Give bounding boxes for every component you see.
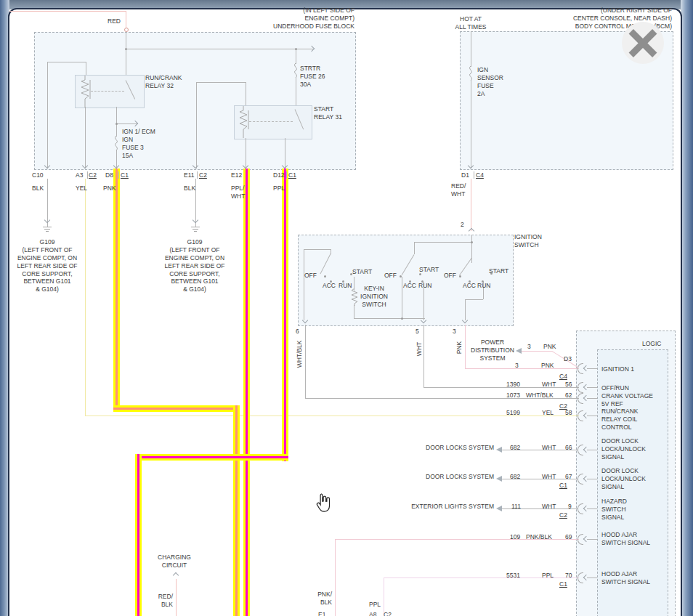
connector-divider — [197, 171, 198, 179]
close-button[interactable] — [622, 22, 664, 64]
diagram-label: 62 — [565, 392, 572, 400]
diagram-label: WHT/BLK — [296, 325, 304, 383]
diagram-label: DOOR LOCK LOCK/UNLOCK SIGNAL — [601, 467, 646, 491]
diagram-label: RED/ WHT — [451, 182, 466, 198]
wire — [246, 82, 246, 105]
highlighted-wire — [113, 405, 240, 412]
wire — [196, 82, 197, 169]
wire — [304, 249, 331, 250]
diagram-label: 70 — [565, 572, 572, 580]
fuse-icon — [466, 66, 475, 81]
diagram-label: RUN — [339, 282, 352, 290]
diagram-label: PNK/BLK — [526, 533, 552, 541]
arrowhead-down-icon — [44, 217, 50, 223]
diagram-label: A3 — [76, 171, 83, 179]
diagram-label: 109 — [510, 533, 520, 541]
diagram-label: CHARGING CIRCUIT — [148, 554, 200, 570]
pin-bracket — [578, 410, 583, 421]
wire — [465, 368, 579, 369]
junction-dot — [471, 241, 473, 243]
highlighted-wire — [113, 169, 120, 412]
ground-icon — [192, 229, 198, 230]
wire — [91, 91, 124, 92]
diagram-label: PNK/ BLK — [312, 591, 332, 607]
diagram-label: 9 — [568, 503, 572, 511]
diagram-label: START — [419, 266, 439, 274]
wire — [9, 11, 126, 12]
diagram-label: HAZARD SWITCH SIGNAL — [601, 498, 627, 522]
diagram-label: START — [352, 268, 372, 276]
wire — [471, 80, 471, 169]
highlighted-wire — [135, 454, 142, 616]
wire — [335, 539, 336, 616]
diagram-label: PPL — [369, 601, 381, 609]
diagram-label: HOOD AJAR SWITCH SIGNAL — [601, 531, 650, 547]
diagram-label: ACC — [463, 282, 476, 290]
wire — [126, 11, 126, 29]
diagram-label: YEL — [542, 409, 554, 417]
ground-icon — [194, 231, 197, 232]
diagram-label: ACC — [403, 282, 416, 290]
diagram-label: LOGIC — [642, 340, 661, 348]
diagram-label: PNK — [103, 185, 115, 192]
diagram-label: 3 — [527, 343, 531, 351]
diagram-label: C1 — [288, 171, 296, 179]
wire — [354, 305, 354, 318]
junction-dot — [401, 317, 403, 320]
wire — [47, 62, 48, 169]
arrowhead-down-icon — [192, 217, 198, 223]
diagram-label: IGN FUSE 3 15A — [122, 136, 144, 160]
diagram-label: C2 — [384, 611, 392, 616]
diagram-label: POWER DISTRIBUTION SYSTEM — [468, 339, 517, 362]
diagram-label: OFF — [384, 272, 397, 280]
connector-ring — [124, 28, 129, 32]
diagram-label: PNK — [541, 362, 554, 370]
pin-bracket — [578, 393, 583, 404]
diagram-label: C2 — [559, 511, 567, 519]
diagram-label: KEY-IN IGNITION SWITCH — [359, 285, 389, 309]
diagram-label: 682 — [510, 473, 520, 481]
diagram-label: RUN — [418, 282, 431, 290]
diagram-label: PPL — [273, 185, 285, 192]
diagram-label: START RELAY 31 — [314, 105, 342, 121]
diagram-label: WHT/BLK — [526, 392, 554, 400]
wire — [126, 49, 313, 49]
wire — [85, 107, 86, 169]
wire — [465, 325, 466, 368]
diagram-label: E12 — [231, 171, 242, 179]
diagram-label: BLK — [184, 185, 195, 192]
connector-divider — [474, 171, 474, 179]
diagram-label: WHT — [416, 320, 423, 378]
wire — [85, 416, 579, 416]
connector-divider — [286, 171, 287, 179]
pin-bracket — [578, 445, 583, 455]
arrowhead-up-icon — [173, 572, 179, 578]
diagram-label: WHT — [542, 473, 556, 481]
pin-bracket — [578, 382, 583, 393]
diagram-label: WHT — [542, 381, 556, 389]
wire — [414, 242, 471, 243]
wire — [296, 49, 296, 64]
wire — [249, 121, 293, 122]
diagram-label: 682 — [510, 444, 520, 452]
wire — [126, 29, 126, 75]
ground-icon — [43, 227, 52, 227]
diagram-label: D12 — [273, 171, 285, 179]
diagram-label: C4 — [476, 171, 484, 179]
diagram-label: WHT — [542, 503, 556, 511]
diagram-label: G109 (LEFT FRONT OF ENGINE COMPT, ON LEF… — [6, 238, 89, 293]
diagram-label: E11 — [184, 171, 195, 179]
wire — [414, 242, 415, 254]
pin-bracket — [578, 572, 583, 583]
diagram-label: 67 — [565, 473, 572, 481]
wire — [176, 579, 177, 616]
diagram-label: D1 — [461, 171, 469, 179]
wire — [354, 318, 425, 319]
connector-divider — [87, 171, 88, 179]
highlighted-wire — [243, 169, 250, 616]
diagram-label: C1 — [559, 580, 567, 588]
wire — [471, 179, 471, 231]
wire — [423, 325, 424, 387]
diagram-label: A8 — [369, 611, 376, 616]
diagram-label: G109 (LEFT FRONT OF ENGINE COMPT, ON LEF… — [153, 238, 236, 293]
